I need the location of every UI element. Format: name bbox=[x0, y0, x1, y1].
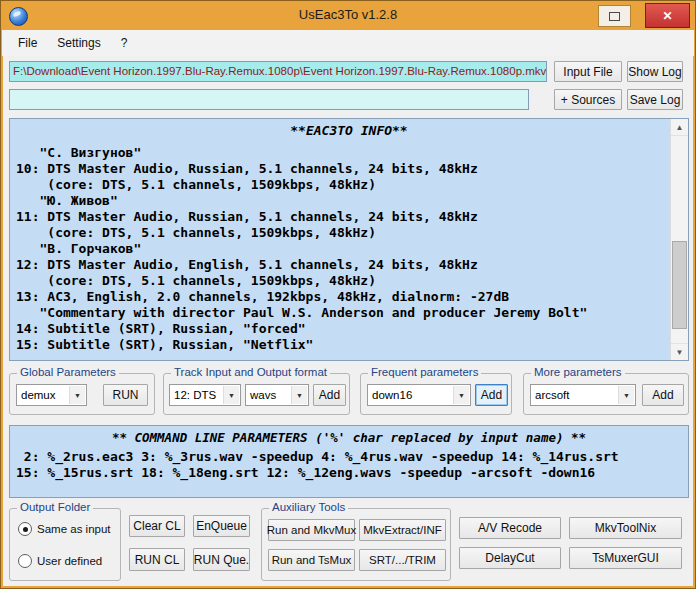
info-line: 12: DTS Master Audio, English, 5.1 chann… bbox=[16, 257, 668, 273]
auxiliary-tools-legend: Auxiliary Tools bbox=[269, 501, 348, 513]
global-parameters-group: Global Parameters demux ▼ RUN bbox=[9, 373, 155, 415]
save-log-button[interactable]: Save Log bbox=[627, 89, 683, 110]
title-bar[interactable]: UsEac3To v1.2.8 ✕ bbox=[1, 1, 695, 30]
info-vertical-scrollbar[interactable]: ▲ ▼ bbox=[670, 119, 688, 360]
menu-bar: File Settings ? bbox=[2, 30, 694, 56]
srt-trim-button[interactable]: SRT/.../TRIM bbox=[359, 549, 446, 571]
menu-help[interactable]: ? bbox=[111, 32, 138, 54]
track-io-format-group: Track Input and Output format 12: DTS ▼ … bbox=[163, 373, 350, 415]
eac3to-info-panel[interactable]: **EAC3TO INFO** "С. Визгунов" 10: DTS Ma… bbox=[9, 118, 689, 361]
global-parameters-combo[interactable]: demux ▼ bbox=[16, 384, 87, 406]
run-and-mkvmux-button[interactable]: Run and MkvMux bbox=[268, 519, 355, 541]
info-line: 10: DTS Master Audio, Russian, 5.1 chann… bbox=[16, 161, 668, 177]
output-folder-legend: Output Folder bbox=[17, 501, 93, 513]
info-line: 14: Subtitle (SRT), Russian, "forced" bbox=[16, 321, 668, 337]
command-line-text: 2: %_2rus.eac3 3: %_3rus.wav -speedup 4:… bbox=[16, 449, 682, 481]
radio-button-icon[interactable] bbox=[18, 554, 32, 568]
delaycut-button[interactable]: DelayCut bbox=[459, 547, 561, 569]
frequent-parameters-combo[interactable]: down16 ▼ bbox=[367, 384, 471, 406]
format-combo-value: wavs bbox=[250, 389, 276, 401]
track-add-button[interactable]: Add bbox=[313, 384, 346, 406]
add-sources-button[interactable]: + Sources bbox=[554, 89, 622, 110]
radio-same-as-input[interactable]: Same as input bbox=[18, 522, 111, 536]
info-line: "В. Горчаков" bbox=[16, 241, 668, 257]
track-combo-value: 12: DTS bbox=[174, 389, 216, 401]
command-line: 2: %_2rus.eac3 3: %_3rus.wav -speedup 4:… bbox=[16, 449, 682, 465]
window-title: UsEac3To v1.2.8 bbox=[1, 7, 695, 22]
sources-field[interactable] bbox=[9, 89, 529, 110]
menu-file[interactable]: File bbox=[8, 32, 47, 54]
more-parameters-value: arcsoft bbox=[535, 389, 570, 401]
frequent-add-button[interactable]: Add bbox=[475, 384, 508, 406]
tsmuxergui-button[interactable]: TsMuxerGUI bbox=[569, 547, 682, 569]
input-file-path-field[interactable]: F:\Download\Event Horizon.1997.Blu-Ray.R… bbox=[9, 61, 547, 82]
command-line-header: ** COMMAND LINE PARAMETERS ('%' char rep… bbox=[10, 426, 688, 445]
run-button[interactable]: RUN bbox=[103, 384, 148, 406]
frequent-parameters-legend: Frequent parameters bbox=[368, 366, 481, 378]
track-combo[interactable]: 12: DTS ▼ bbox=[169, 384, 241, 406]
chevron-down-icon[interactable]: ▼ bbox=[69, 386, 85, 404]
more-parameters-combo[interactable]: arcsoft ▼ bbox=[530, 384, 636, 406]
run-and-tsmux-button[interactable]: Run and TsMux bbox=[268, 549, 355, 571]
radio-user-defined-label: User defined bbox=[37, 555, 102, 567]
menu-settings[interactable]: Settings bbox=[47, 32, 110, 54]
chevron-down-icon[interactable]: ▼ bbox=[618, 386, 634, 404]
input-file-button[interactable]: Input File bbox=[554, 61, 622, 82]
scroll-up-icon[interactable]: ▲ bbox=[671, 119, 688, 136]
more-add-button[interactable]: Add bbox=[642, 384, 684, 406]
info-line: 15: Subtitle (SRT), Russian, "Netflix" bbox=[16, 337, 668, 353]
info-line: "С. Визгунов" bbox=[16, 145, 668, 161]
global-parameters-legend: Global Parameters bbox=[17, 366, 119, 378]
info-line: 11: DTS Master Audio, Russian, 5.1 chann… bbox=[16, 209, 668, 225]
info-line: (core: DTS, 5.1 channels, 1509kbps, 48kH… bbox=[16, 273, 668, 289]
maximize-icon bbox=[609, 12, 620, 21]
useac3to-window: UsEac3To v1.2.8 ✕ File Settings ? F:\Dow… bbox=[0, 0, 696, 589]
clear-cl-button[interactable]: Clear CL bbox=[129, 515, 185, 537]
radio-button-icon[interactable] bbox=[18, 522, 32, 536]
chevron-down-icon[interactable]: ▼ bbox=[291, 386, 307, 404]
eac3to-info-header: **EAC3TO INFO** bbox=[10, 119, 688, 138]
info-line: 13: AC3, English, 2.0 channels, 192kbps,… bbox=[16, 289, 668, 305]
chevron-down-icon[interactable]: ▼ bbox=[453, 386, 469, 404]
more-parameters-group: More parameters arcsoft ▼ Add bbox=[523, 373, 689, 415]
more-parameters-legend: More parameters bbox=[531, 366, 625, 378]
info-line: (core: DTS, 5.1 channels, 1509kbps, 48kH… bbox=[16, 225, 668, 241]
command-line: 15: %_15rus.srt 18: %_18eng.srt 12: %_12… bbox=[16, 465, 682, 481]
mkvextract-inf-button[interactable]: MkvExtract/INF bbox=[359, 519, 446, 541]
close-icon: ✕ bbox=[662, 9, 672, 23]
radio-same-as-input-label: Same as input bbox=[37, 523, 111, 535]
mkvtoolnix-button[interactable]: MkvToolNix bbox=[569, 517, 682, 539]
auxiliary-tools-group: Auxiliary Tools Run and MkvMux MkvExtrac… bbox=[261, 508, 451, 581]
info-line: "Ю. Живов" bbox=[16, 193, 668, 209]
output-folder-group: Output Folder Same as input User defined bbox=[9, 508, 121, 581]
command-line-panel[interactable]: ** COMMAND LINE PARAMETERS ('%' char rep… bbox=[9, 425, 689, 498]
radio-user-defined[interactable]: User defined bbox=[18, 554, 102, 568]
global-parameters-value: demux bbox=[21, 389, 56, 401]
run-cl-button[interactable]: RUN CL bbox=[129, 548, 185, 571]
run-que-button[interactable]: RUN Que. bbox=[193, 548, 250, 571]
frequent-parameters-group: Frequent parameters down16 ▼ Add bbox=[360, 373, 512, 415]
show-log-button[interactable]: Show Log bbox=[627, 61, 683, 82]
info-line: (core: DTS, 5.1 channels, 1509kbps, 48kH… bbox=[16, 177, 668, 193]
scroll-down-icon[interactable]: ▼ bbox=[671, 343, 688, 360]
scrollbar-thumb[interactable] bbox=[672, 241, 687, 329]
maximize-button[interactable] bbox=[598, 5, 631, 27]
frequent-parameters-value: down16 bbox=[372, 389, 412, 401]
info-line: "Commentary with director Paul W.S. Ande… bbox=[16, 305, 668, 321]
chevron-down-icon[interactable]: ▼ bbox=[223, 386, 239, 404]
eac3to-info-text: "С. Визгунов" 10: DTS Master Audio, Russ… bbox=[16, 145, 668, 353]
track-io-format-legend: Track Input and Output format bbox=[171, 366, 330, 378]
av-recode-button[interactable]: A/V Recode bbox=[459, 517, 561, 539]
enqueue-button[interactable]: EnQueue bbox=[193, 515, 250, 537]
format-combo[interactable]: wavs ▼ bbox=[245, 384, 309, 406]
close-button[interactable]: ✕ bbox=[645, 3, 690, 28]
